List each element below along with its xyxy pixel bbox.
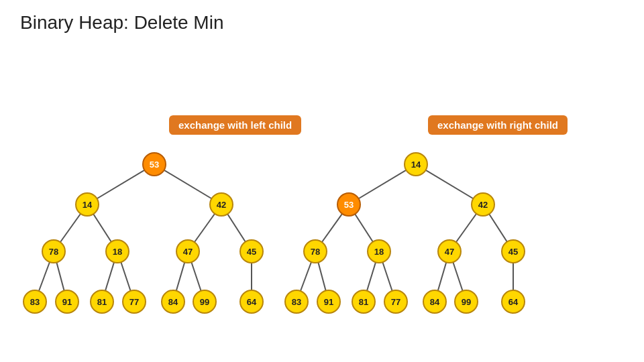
node-r6: 45 bbox=[501, 239, 525, 263]
node-r9: 81 bbox=[352, 290, 376, 314]
node-l0: 53 bbox=[142, 152, 166, 176]
node-l1: 14 bbox=[75, 192, 99, 217]
node-l6: 45 bbox=[239, 239, 264, 263]
node-r0: 14 bbox=[404, 152, 428, 176]
node-l13: 64 bbox=[239, 290, 264, 314]
node-l7: 83 bbox=[23, 290, 47, 314]
node-l12: 99 bbox=[193, 290, 217, 314]
node-r12: 99 bbox=[454, 290, 478, 314]
node-l10: 77 bbox=[122, 290, 146, 314]
node-r4: 18 bbox=[367, 239, 391, 263]
node-l9: 81 bbox=[90, 290, 114, 314]
node-r10: 77 bbox=[384, 290, 408, 314]
node-l4: 18 bbox=[105, 239, 129, 263]
node-l2: 42 bbox=[209, 192, 233, 217]
left-label: exchange with left child bbox=[169, 115, 301, 135]
node-r11: 84 bbox=[423, 290, 447, 314]
node-l11: 84 bbox=[161, 290, 185, 314]
node-l8: 91 bbox=[55, 290, 79, 314]
node-r8: 91 bbox=[317, 290, 341, 314]
node-r3: 78 bbox=[303, 239, 327, 263]
node-r2: 42 bbox=[471, 192, 495, 217]
node-r1: 53 bbox=[337, 192, 361, 217]
node-r13: 64 bbox=[501, 290, 525, 314]
right-label: exchange with right child bbox=[428, 115, 568, 135]
node-r5: 47 bbox=[437, 239, 462, 263]
node-r7: 83 bbox=[284, 290, 309, 314]
page-title: Binary Heap: Delete Min bbox=[20, 12, 223, 34]
node-l3: 78 bbox=[42, 239, 66, 263]
node-l5: 47 bbox=[176, 239, 200, 263]
